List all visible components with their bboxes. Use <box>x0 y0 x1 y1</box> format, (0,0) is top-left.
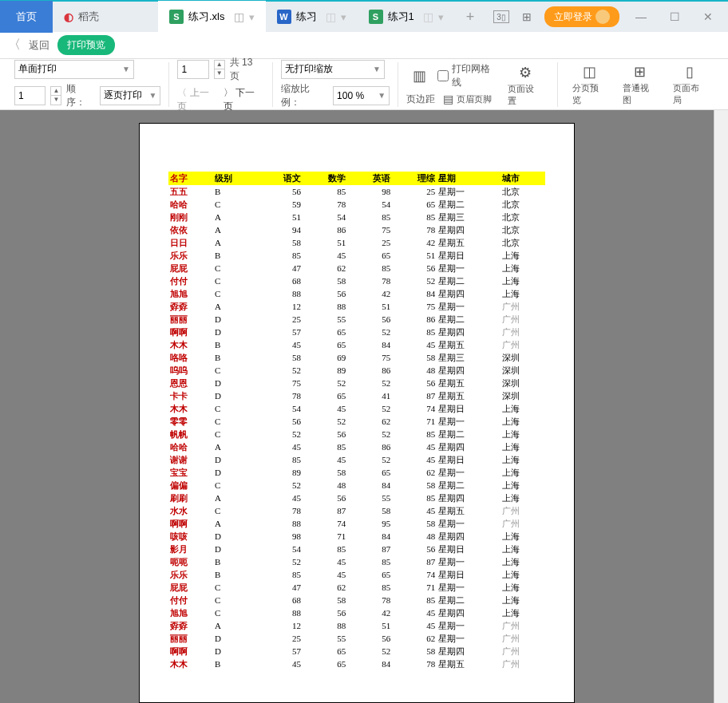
tab-file-1[interactable]: S 练习.xls ◫ ▾ <box>158 1 266 33</box>
table-cell: 上海 <box>500 606 545 619</box>
table-cell: 56 <box>258 185 303 198</box>
table-cell: 47 <box>258 581 303 594</box>
print-mode-select[interactable]: 单面打印▼ <box>14 60 134 79</box>
table-cell: 木木 <box>168 402 213 415</box>
margin-icon: ▥ <box>413 67 426 85</box>
mode-icon-1[interactable]: 3▯ <box>493 10 509 23</box>
mode-icon-2[interactable]: ⊞ <box>519 10 535 23</box>
margin-button[interactable]: ▥ <box>406 65 433 86</box>
table-cell: C <box>213 415 258 428</box>
header-footer-button[interactable]: ▤ 页眉页脚 <box>440 93 495 105</box>
table-row: 恩恩D75525256星期五深圳 <box>168 377 545 389</box>
gridlines-checkbox[interactable]: 打印网格线 <box>437 62 498 89</box>
table-cell: 54 <box>258 402 303 415</box>
table-cell: 45 <box>392 619 437 632</box>
login-label: 立即登录 <box>554 10 592 24</box>
tab-menu-icon[interactable]: ▾ <box>341 11 346 23</box>
table-cell: 45 <box>392 440 437 453</box>
table-cell: 54 <box>347 198 392 211</box>
table-row: 刷刷A45565585星期四上海 <box>168 492 545 504</box>
spreadsheet-icon: S <box>369 10 383 24</box>
table-cell: 52 <box>258 428 303 440</box>
gridlines-check-input[interactable] <box>437 70 449 81</box>
tab-file-2[interactable]: W 练习 ◫ ▾ <box>266 1 358 33</box>
table-cell: 12 <box>258 300 303 313</box>
table-row: 啊啊D57655258星期四广州 <box>168 645 545 658</box>
toolbar: 单面打印▼ 1 ▲▼ 顺序： 逐页打印▼ 1 ▲▼ 共 13 页 〈 上一页 〉… <box>0 59 728 110</box>
table-cell: 95 <box>347 517 392 530</box>
table-cell: 56 <box>347 313 392 326</box>
avatar-icon <box>595 10 610 24</box>
table-cell: 68 <box>258 594 303 606</box>
table-cell: B <box>213 568 258 581</box>
prev-page-button[interactable]: 〈 上一页 <box>177 86 218 113</box>
table-row: 咯咯B58697558星期三深圳 <box>168 351 545 364</box>
table-row: 哈哈C59785465星期二北京 <box>168 198 545 211</box>
chevron-down-icon: ▼ <box>149 91 157 100</box>
table-cell: 85 <box>258 249 303 262</box>
table-cell: 88 <box>258 287 303 300</box>
table-cell: 星期五 <box>437 658 500 670</box>
table-cell: 星期四 <box>437 606 500 619</box>
table-row: 日日A58512542星期五北京 <box>168 236 545 249</box>
table-cell: 71 <box>392 581 437 594</box>
page-layout-button[interactable]: ▯ 页面布局 <box>667 62 714 107</box>
table-cell: 星期一 <box>437 517 500 530</box>
table-cell: 78 <box>392 223 437 236</box>
table-cell: 84 <box>347 658 392 670</box>
login-button[interactable]: 立即登录 <box>544 6 619 27</box>
back-arrow-icon[interactable]: 〈 <box>8 37 21 53</box>
copies-input[interactable]: 1 <box>14 86 46 105</box>
tab-daoqiao[interactable]: ◐ 稻壳 <box>53 1 110 33</box>
order-select[interactable]: 逐页打印▼ <box>100 86 161 105</box>
table-cell: 乐乐 <box>168 568 213 581</box>
zoom-ratio-select[interactable]: 100 %▼ <box>333 86 390 105</box>
preview-page: 名字级别语文数学英语理综星期城市 五五B56859825星期一北京哈哈C5978… <box>139 123 575 703</box>
table-row: 木木B45658478星期五广州 <box>168 658 545 670</box>
table-cell: D <box>213 453 258 466</box>
table-cell: 45 <box>392 504 437 517</box>
copies-spinner[interactable]: ▲▼ <box>50 86 61 105</box>
next-page-button[interactable]: 〉 下一页 <box>224 86 264 113</box>
table-cell: 刷刷 <box>168 492 213 504</box>
table-cell: 88 <box>303 619 347 632</box>
zoom-mode-select[interactable]: 无打印缩放▼ <box>281 60 385 79</box>
table-cell: 上海 <box>500 555 545 568</box>
table-cell: 广州 <box>500 517 545 530</box>
table-cell: 84 <box>347 338 392 351</box>
margin-label[interactable]: 页边距 <box>406 93 435 106</box>
table-cell: 星期日 <box>437 402 500 415</box>
back-button[interactable]: 返回 <box>29 38 49 53</box>
close-button[interactable]: ✕ <box>696 5 720 29</box>
table-cell: 94 <box>258 223 303 236</box>
table-cell: 65 <box>347 466 392 479</box>
table-cell: 星期四 <box>437 326 500 338</box>
tab-home[interactable]: 首页 <box>0 1 53 33</box>
tab-file-3[interactable]: S 练习1 ◫ ▾ <box>358 1 455 33</box>
maximize-button[interactable]: ☐ <box>663 5 686 29</box>
table-cell: 呃呃 <box>168 555 213 568</box>
table-cell: 星期五 <box>437 377 500 389</box>
page-spinner[interactable]: ▲▼ <box>214 60 225 79</box>
table-cell: A <box>213 619 258 632</box>
page-setup-icon: ⚙ <box>519 64 532 81</box>
toolbar-group-pages: 1 ▲▼ 共 13 页 〈 上一页 〉 下一页 <box>169 62 273 107</box>
tab-menu-icon[interactable]: ▾ <box>249 11 255 23</box>
table-cell: 星期四 <box>437 645 500 658</box>
table-cell: 86 <box>392 313 437 326</box>
toolbar-group-views: ◫ 分页预览 ⊞ 普通视图 ▯ 页面布局 <box>558 62 722 107</box>
page-input[interactable]: 1 <box>177 60 208 79</box>
new-tab-button[interactable]: + <box>455 9 486 26</box>
vertical-scrollbar[interactable] <box>714 110 728 703</box>
table-cell: 85 <box>347 581 392 594</box>
tab-menu-icon[interactable]: ▾ <box>438 11 444 23</box>
page-break-button[interactable]: ◫ 分页预览 <box>566 62 613 107</box>
normal-view-button[interactable]: ⊞ 普通视图 <box>616 62 663 107</box>
daoqiao-icon: ◐ <box>64 10 73 23</box>
page-total-label: 共 13 页 <box>230 56 264 83</box>
table-cell: 75 <box>258 377 303 389</box>
table-cell: 51 <box>347 300 392 313</box>
page-setup-button[interactable]: ⚙ 页面设置 <box>501 62 548 109</box>
data-table: 名字级别语文数学英语理综星期城市 五五B56859825星期一北京哈哈C5978… <box>168 172 545 670</box>
minimize-button[interactable]: — <box>629 5 653 29</box>
